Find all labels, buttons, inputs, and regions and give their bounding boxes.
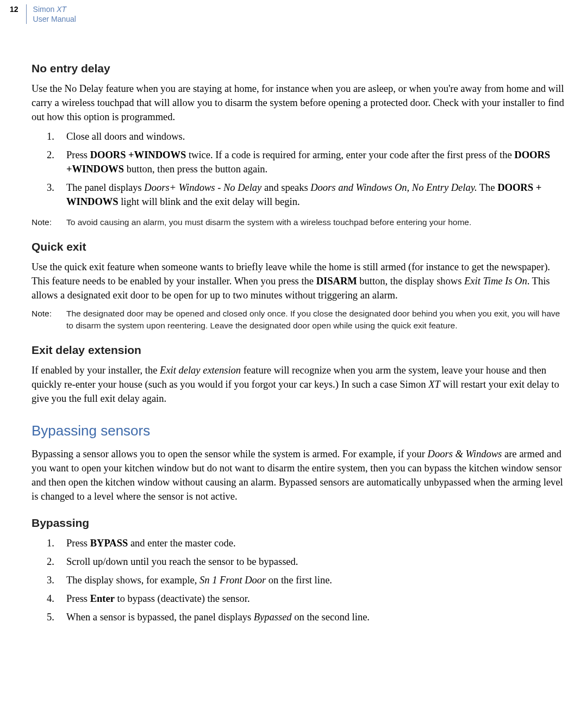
list-item: 2. Press DOORS +WINDOWS twice. If a code… <box>32 148 568 176</box>
list-item: 3. The display shows, for example, Sn 1 … <box>32 573 568 587</box>
manual-title-top: Simon <box>33 5 57 14</box>
page-number: 12 <box>10 4 18 14</box>
note-label: Note: <box>32 216 66 228</box>
step-text: Press BYPASS and enter the master code. <box>66 538 236 549</box>
heading-no-entry-delay: No entry delay <box>32 61 568 76</box>
note-no-entry: Note: To avoid causing an alarm, you mus… <box>32 216 568 228</box>
step-text: When a sensor is bypassed, the panel dis… <box>66 612 370 623</box>
bold: DOORS +WINDOWS <box>90 150 186 160</box>
italic: XT <box>428 379 440 390</box>
section-no-entry-delay: No entry delay Use the No Delay feature … <box>32 61 568 228</box>
list-item: 3. The panel displays Doors+ Windows - N… <box>32 181 568 209</box>
list-item: 5. When a sensor is bypassed, the panel … <box>32 610 568 624</box>
t: light will blink and the exit delay will… <box>119 196 300 207</box>
t: on the first line. <box>266 575 332 586</box>
quick-exit-intro: Use the quick exit feature when someone … <box>32 260 568 302</box>
bold: BYPASS <box>90 538 128 549</box>
italic: Exit delay extension <box>160 365 241 376</box>
manual-title-italic: XT <box>57 5 66 14</box>
step-number: 1. <box>47 536 54 550</box>
note-text: The designated door may be opened and cl… <box>66 308 568 332</box>
italic: Doors & Windows <box>428 449 502 459</box>
italic: Doors and Windows On, No Entry Delay. <box>310 182 477 193</box>
t: The display shows, for example, <box>66 575 199 586</box>
step-text: Close all doors and windows. <box>66 131 185 142</box>
step-number: 1. <box>47 129 54 144</box>
t: When a sensor is bypassed, the panel dis… <box>66 612 254 623</box>
t: The panel displays <box>66 182 144 193</box>
exit-ext-paragraph: If enabled by your installer, the Exit d… <box>32 363 568 406</box>
section-bypassing-steps: Bypassing 1. Press BYPASS and enter the … <box>32 515 568 624</box>
list-item: 1. Press BYPASS and enter the master cod… <box>32 536 568 550</box>
t: If enabled by your installer, the <box>32 365 160 376</box>
t: Press <box>66 593 90 604</box>
no-entry-steps: 1. Close all doors and windows. 2. Press… <box>32 129 568 209</box>
step-text: Press DOORS +WINDOWS twice. If a code is… <box>66 150 550 175</box>
t: Press <box>66 150 90 160</box>
t: and speaks <box>261 182 310 193</box>
t: The <box>477 182 498 193</box>
step-number: 4. <box>47 592 54 606</box>
italic: Exit Time Is On <box>464 276 527 287</box>
bold: Enter <box>90 593 115 604</box>
list-item: 1. Close all doors and windows. <box>32 129 568 144</box>
header-divider <box>26 4 27 24</box>
t: Bypassing a sensor allows you to open th… <box>32 449 428 459</box>
step-text: The panel displays Doors+ Windows - No D… <box>66 182 541 207</box>
step-number: 3. <box>47 573 54 587</box>
manual-title-bottom: User Manual <box>33 15 76 23</box>
manual-title: Simon XT User Manual <box>33 4 76 24</box>
t: and enter the master code. <box>128 538 235 549</box>
no-entry-intro: Use the No Delay feature when you are st… <box>32 82 568 124</box>
bold: DISARM <box>316 276 357 287</box>
italic: Doors+ Windows - No Delay <box>144 182 261 193</box>
list-item: 4. Press Enter to bypass (deactivate) th… <box>32 592 568 606</box>
t: button, then press the button again. <box>124 164 267 175</box>
step-number: 2. <box>47 555 54 569</box>
page-header: 12 Simon XT User Manual <box>0 4 568 24</box>
step-text: Press Enter to bypass (deactivate) the s… <box>66 593 250 604</box>
section-exit-delay-extension: Exit delay extension If enabled by your … <box>32 343 568 406</box>
step-number: 2. <box>47 148 54 162</box>
bypassing-paragraph: Bypassing a sensor allows you to open th… <box>32 447 568 503</box>
t: twice. If a code is required for arming,… <box>186 150 514 160</box>
page-content: 12 Simon XT User Manual No entry delay U… <box>0 4 580 656</box>
step-number: 3. <box>47 181 54 195</box>
t: on the second line. <box>292 612 370 623</box>
t: button, the display shows <box>357 276 464 287</box>
heading-bypassing-sensors: Bypassing sensors <box>32 422 568 439</box>
t: Press <box>66 538 90 549</box>
italic: Sn 1 Front Door <box>199 575 266 586</box>
note-quick-exit: Note: The designated door may be opened … <box>32 308 568 332</box>
note-label: Note: <box>32 308 66 332</box>
heading-exit-delay-extension: Exit delay extension <box>32 343 568 358</box>
heading-bypassing: Bypassing <box>32 515 568 531</box>
list-item: 2. Scroll up/down until you reach the se… <box>32 555 568 569</box>
step-text: Scroll up/down until you reach the senso… <box>66 556 298 567</box>
step-number: 5. <box>47 610 54 624</box>
note-text: To avoid causing an alarm, you must disa… <box>66 216 568 228</box>
italic: Bypassed <box>254 612 292 623</box>
bypassing-steps: 1. Press BYPASS and enter the master cod… <box>32 536 568 624</box>
section-quick-exit: Quick exit Use the quick exit feature wh… <box>32 239 568 332</box>
t: to bypass (deactivate) the sensor. <box>115 593 250 604</box>
heading-quick-exit: Quick exit <box>32 239 568 254</box>
step-text: The display shows, for example, Sn 1 Fro… <box>66 575 332 586</box>
